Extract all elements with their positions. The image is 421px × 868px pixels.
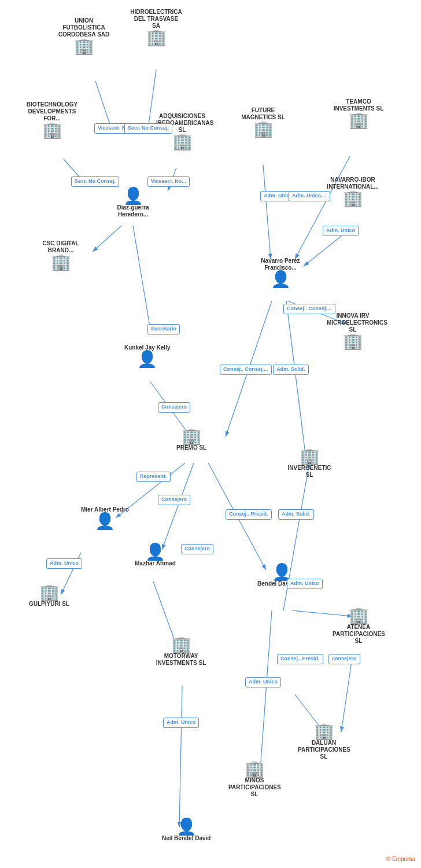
person-icon-diazguerra: 👤 — [123, 188, 143, 204]
node-biotechnology[interactable]: BIOTECHNOLOGY DEVELOPMENTS FOR... 🏢 — [26, 101, 78, 138]
badge-consejero1: Consejero — [158, 402, 190, 413]
badge-consej-presid1: Consej.. Presid. — [226, 509, 272, 520]
person-icon-kunkel: 👤 — [137, 351, 157, 367]
badge-adm-unico6: Adm. Unico — [163, 718, 199, 728]
badge-adm-solid1: Adm. Solid. — [273, 365, 309, 375]
node-atenea[interactable]: 🏢 ATENEA PARTICIPACIONES SL — [333, 608, 385, 645]
badge-adm-unico3: Adm. Unico — [323, 226, 359, 236]
node-daluan[interactable]: 🏢 DALUAN PARTICIPACIONES SL — [298, 723, 350, 760]
label-hidroelectrica: HIDROELECTRICA DEL TRASVASE SA — [130, 9, 182, 30]
label-diazguerra: Diaz-guerra Heredero... — [107, 204, 159, 218]
building-icon-hidro: 🏢 — [146, 30, 167, 46]
badge-adm-unico4: Adm. Unico — [46, 558, 82, 569]
label-neil-bendel: Neil Bendel David — [162, 835, 211, 842]
node-csc-digital[interactable]: CSC DIGITAL BRAND... 🏢 — [35, 240, 87, 270]
building-icon-bio: 🏢 — [42, 122, 62, 138]
node-teamco[interactable]: TEAMCO INVESTMENTS SL 🏢 — [333, 98, 385, 128]
person-icon-bendel: 👤 — [272, 564, 292, 580]
building-icon-premo: 🏢 — [182, 428, 202, 444]
node-hidroelectrica[interactable]: HIDROELECTRICA DEL TRASVASE SA 🏢 — [130, 9, 182, 46]
badge-consejero2: Consejero — [158, 495, 190, 505]
building-icon-daluan: 🏢 — [314, 723, 334, 740]
svg-line-6 — [133, 226, 150, 330]
badge-represent: Represent. — [136, 472, 171, 482]
node-kunkel[interactable]: Kunkel Jay Kelly 👤 — [124, 344, 170, 367]
copyright: © Empresa — [386, 856, 415, 862]
node-union-futbolistica[interactable]: UNION FUTBOLISTICA CORDOBESA SAD 🏢 — [58, 17, 110, 54]
label-atenea: ATENEA PARTICIPACIONES SL — [333, 624, 385, 645]
label-innova-irv: INNOVA IRV MICROELECTRONICS SL — [327, 312, 379, 333]
svg-line-9 — [295, 156, 350, 259]
node-premo[interactable]: 🏢 PREMO SL — [176, 428, 206, 451]
building-icon-motorway: 🏢 — [171, 637, 191, 653]
label-csc-digital: CSC DIGITAL BRAND... — [35, 240, 87, 254]
node-navarro-perez[interactable]: Navarro Perez Francisco... 👤 — [254, 258, 306, 288]
node-minos[interactable]: 🏢 MINOS PARTICIPACIONES SL — [228, 761, 280, 798]
badge-secrno2: Secr. No Consej. — [71, 176, 119, 187]
badge-secrno1: Secr. No Consej. — [124, 123, 172, 134]
label-teamco: TEAMCO INVESTMENTS SL — [333, 98, 385, 112]
building-icon-teamco: 🏢 — [349, 112, 369, 128]
label-gulpiyuri: GULPIYURI SL — [29, 601, 69, 608]
badge-consej1: Consej.. Consej.... — [220, 365, 272, 375]
node-motorway[interactable]: 🏢 MOTORWAY INVESTMENTS SL — [155, 637, 207, 667]
label-biotechnology: BIOTECHNOLOGY DEVELOPMENTS FOR... — [26, 101, 78, 122]
label-premo: PREMO SL — [176, 444, 206, 451]
person-icon-neil-bendel: 👤 — [176, 819, 197, 835]
building-icon-invergenetic: 🏢 — [300, 448, 320, 465]
svg-line-23 — [341, 654, 353, 732]
badge-adm-unico5: Adm. Unico — [287, 579, 323, 589]
building-icon-adq: 🏢 — [172, 134, 193, 150]
node-navarro-ibor[interactable]: NAVARRO-IBOR INTERNATIONAL... 🏢 — [327, 176, 379, 207]
building-icon-union: 🏢 — [74, 38, 94, 54]
label-mazhar-ahmad: Mazhar Ahmad — [135, 560, 176, 567]
badge-consejero4: consejero — [328, 654, 360, 664]
badge-vicesecrno2: Vicesecr. No... — [147, 176, 190, 187]
svg-line-8 — [263, 165, 271, 259]
badge-adm-unico7: Adm. Unico — [245, 677, 281, 687]
node-neil-bendel[interactable]: 👤 Neil Bendel David — [162, 819, 211, 842]
svg-line-22 — [260, 610, 272, 770]
person-icon-mier: 👤 — [95, 513, 115, 529]
building-icon-gulpiyuri: 🏢 — [39, 584, 60, 601]
badge-consej-ibor: Consej.. Consej.... — [283, 304, 335, 314]
label-motorway: MOTORWAY INVESTMENTS SL — [155, 653, 207, 667]
label-union-futbolistica: UNION FUTBOLISTICA CORDOBESA SAD — [58, 17, 110, 38]
label-invergenetic: INVERGENETIC SL — [283, 465, 335, 479]
node-mier-albert[interactable]: Mier Albert Pedro 👤 — [81, 506, 129, 529]
badge-consej-presid2: Consej.. Presid. — [277, 654, 323, 664]
badge-adm-solid2: Adm. Solid. — [278, 509, 314, 520]
badge-consejero3: Consejero — [181, 544, 213, 554]
node-diazguerra[interactable]: 👤 Diaz-guerra Heredero... — [107, 188, 159, 218]
node-future-magnetics[interactable]: FUTURE MAGNETICS SL 🏢 — [237, 107, 289, 137]
label-future-magnetics: FUTURE MAGNETICS SL — [237, 107, 289, 121]
badge-secretario: Secretario — [147, 324, 180, 334]
svg-line-19 — [179, 686, 182, 827]
node-innova-irv[interactable]: INNOVA IRV MICROELECTRONICS SL 🏢 — [327, 312, 379, 350]
node-mazhar-ahmad[interactable]: 👤 Mazhar Ahmad — [135, 544, 176, 567]
label-daluan: DALUAN PARTICIPACIONES SL — [298, 740, 350, 760]
label-navarro-ibor: NAVARRO-IBOR INTERNATIONAL... — [327, 176, 379, 190]
node-invergenetic[interactable]: 🏢 INVERGENETIC SL — [283, 448, 335, 479]
building-icon-minos: 🏢 — [245, 761, 265, 777]
building-icon-innova: 🏢 — [343, 333, 363, 350]
svg-line-10 — [304, 231, 347, 266]
node-gulpiyuri[interactable]: 🏢 GULPIYURI SL — [29, 584, 69, 608]
svg-line-5 — [93, 226, 121, 252]
building-icon-future: 🏢 — [253, 121, 274, 137]
diagram: 🏢 PREMO SL UNION FUTBOLISTICA CORDOBESA … — [0, 0, 421, 868]
building-icon-csc: 🏢 — [51, 254, 71, 270]
label-minos: MINOS PARTICIPACIONES SL — [228, 777, 280, 798]
building-icon-navarro-ibor: 🏢 — [343, 190, 363, 207]
badge-adm-unico2: Adm. Unico.... — [289, 191, 330, 201]
person-icon-mazhar: 👤 — [145, 544, 165, 560]
svg-line-13 — [286, 301, 306, 463]
building-icon-atenea: 🏢 — [349, 608, 369, 624]
label-navarro-perez: Navarro Perez Francisco... — [254, 258, 306, 271]
person-icon-navarro-perez: 👤 — [271, 271, 291, 288]
